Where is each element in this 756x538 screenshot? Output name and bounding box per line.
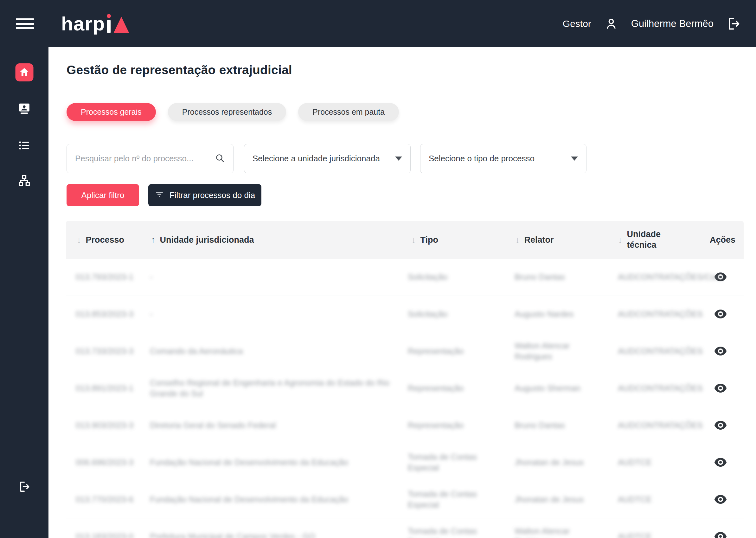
processo-value: 013.891/2023-1 bbox=[76, 383, 134, 394]
view-process-button[interactable] bbox=[713, 456, 728, 469]
table-row: 013.733/2023-3 Comando da Aeronáutica Re… bbox=[66, 333, 744, 370]
logout-icon bbox=[18, 481, 30, 494]
view-process-button[interactable] bbox=[713, 308, 728, 321]
eye-icon bbox=[714, 309, 727, 320]
type-select[interactable]: Selecione o tipo de processo bbox=[420, 144, 586, 173]
type-select-label: Selecione o tipo de processo bbox=[429, 154, 567, 164]
topbar-right: Gestor Guilherme Bermêo bbox=[563, 17, 741, 31]
column-header-processo[interactable]: ↓ Processo bbox=[66, 235, 146, 245]
eye-icon bbox=[714, 383, 727, 394]
tipo-value: Representação bbox=[408, 383, 463, 394]
day-filter-button[interactable]: Filtrar processos do dia bbox=[148, 184, 261, 206]
eye-icon bbox=[714, 420, 727, 431]
processo-value: 013.793/2023-1 bbox=[76, 272, 134, 283]
sort-down-icon: ↓ bbox=[618, 236, 622, 244]
tipo-value: Solicitação bbox=[408, 272, 448, 283]
relator-value: Bruno Dantas bbox=[514, 420, 565, 431]
user-name: Guilherme Bermêo bbox=[631, 18, 714, 29]
column-header-unidade-tecnica[interactable]: ↓ Unidade técnica bbox=[618, 229, 710, 251]
unidade-tecnica-value: AUDTCE bbox=[618, 531, 652, 538]
table-row: 013.183/2023-0 Prefeitura Municipal de C… bbox=[66, 518, 744, 538]
unidade-tecnica-value: AUDTCE bbox=[618, 457, 652, 468]
logo-triangle-a-icon bbox=[113, 17, 129, 33]
processo-value: 013.733/2023-3 bbox=[76, 346, 134, 357]
logo-letter-i bbox=[107, 20, 111, 33]
sidebar-item-list[interactable] bbox=[15, 137, 33, 155]
chevron-down-icon bbox=[571, 156, 578, 161]
unidade-jurisdicionada-value: Fundação Nacional de Desenvolvimento da … bbox=[150, 494, 348, 505]
tab-processos-representados[interactable]: Processos representados bbox=[168, 103, 286, 121]
processo-value: 006.696/2023-3 bbox=[76, 457, 134, 468]
relator-value: Augusto Sherman bbox=[514, 383, 580, 394]
table-row: 013.903/2023-3 Diretoria Geral do Senado… bbox=[66, 407, 744, 444]
relator-value: Bruno Dantas bbox=[514, 272, 565, 283]
person-outline-icon[interactable] bbox=[604, 17, 619, 31]
relator-value: Walton Alencar Rodrigues bbox=[514, 526, 598, 538]
search-box bbox=[67, 144, 234, 173]
sidebar-item-orgchart[interactable] bbox=[15, 172, 33, 190]
sort-down-icon: ↓ bbox=[411, 236, 416, 244]
unidade-jurisdicionada-value: - bbox=[150, 309, 153, 320]
tipo-value: Representação bbox=[408, 420, 463, 431]
sort-up-icon: ↑ bbox=[151, 236, 156, 244]
unidade-tecnica-value: AUDCONTRATAÇÕES bbox=[618, 420, 703, 431]
table-row: 013.770/2023-6 Fundação Nacional de Dese… bbox=[66, 481, 744, 518]
sidebar-item-contacts[interactable] bbox=[15, 99, 33, 118]
chevron-down-icon bbox=[395, 156, 402, 161]
relator-value: Augusto Nardes bbox=[514, 309, 573, 320]
sidebar bbox=[0, 47, 48, 538]
sitemap-icon bbox=[18, 174, 31, 188]
unidade-jurisdicionada-value: - bbox=[150, 272, 153, 283]
eye-icon bbox=[714, 346, 727, 357]
view-process-button[interactable] bbox=[713, 345, 728, 358]
sidebar-item-home[interactable] bbox=[15, 63, 33, 81]
column-header-relator[interactable]: ↓ Relator bbox=[513, 235, 618, 245]
unidade-jurisdicionada-value: Fundação Nacional de Desenvolvimento da … bbox=[150, 457, 348, 468]
eye-icon bbox=[714, 494, 727, 505]
unidade-jurisdicionada-value: Prefeitura Municipal de Campos Verdes - … bbox=[150, 531, 315, 538]
unidade-tecnica-value: AUDCONTRATAÇÕES/Com bbox=[618, 272, 723, 283]
role-label: Gestor bbox=[563, 18, 591, 29]
relator-value: Walton Alencar Rodrigues bbox=[514, 341, 598, 362]
tipo-value: Tomada de Contas Especial bbox=[408, 489, 503, 511]
apply-filter-button[interactable]: Aplicar filtro bbox=[67, 184, 139, 206]
table-row: 013.793/2023-1 - Solicitação Bruno Danta… bbox=[66, 259, 744, 296]
eye-icon bbox=[714, 531, 727, 538]
tab-processos-em-pauta[interactable]: Processos em pauta bbox=[298, 103, 399, 121]
tipo-value: Tomada de Contas Especial bbox=[408, 526, 503, 538]
topbar: harp Gestor Guilherme Bermêo bbox=[0, 0, 756, 47]
relator-value: Jhonatan de Jesus bbox=[514, 494, 584, 505]
hamburger-menu-icon[interactable] bbox=[16, 18, 34, 29]
unidade-tecnica-value: AUDCONTRATAÇÕES bbox=[618, 383, 703, 394]
logout-icon[interactable] bbox=[726, 17, 741, 31]
tipo-value: Solicitação bbox=[408, 309, 448, 320]
unidade-jurisdicionada-value: Comando da Aeronáutica bbox=[150, 346, 243, 357]
sidebar-logout[interactable] bbox=[15, 478, 33, 496]
unidade-tecnica-value: AUDCONTRATAÇÕES bbox=[618, 346, 703, 357]
unit-select-label: Selecione a unidade jurisdicionada bbox=[252, 154, 391, 164]
main-content: Gestão de representação extrajudicial Pr… bbox=[48, 47, 756, 538]
unidade-jurisdicionada-value: Conselho Regional de Engenharia e Agrono… bbox=[150, 378, 390, 399]
app-logo: harp bbox=[61, 14, 129, 33]
unit-select[interactable]: Selecione a unidade jurisdicionada bbox=[244, 144, 411, 173]
view-process-button[interactable] bbox=[713, 530, 728, 538]
view-process-button[interactable] bbox=[713, 493, 728, 506]
button-row: Aplicar filtro Filtrar processos do dia bbox=[67, 184, 261, 206]
tab-processos-gerais[interactable]: Processos gerais bbox=[67, 103, 156, 121]
column-header-tipo[interactable]: ↓ Tipo bbox=[405, 235, 513, 245]
eye-icon bbox=[714, 457, 727, 468]
tipo-value: Representação bbox=[408, 346, 463, 357]
table-header: ↓ Processo ↑ Unidade jurisdicionada ↓ Ti… bbox=[66, 221, 744, 259]
table-row: 013.853/2023-3 - Solicitação Augusto Nar… bbox=[66, 296, 744, 333]
filter-lines-icon bbox=[155, 189, 164, 201]
view-process-button[interactable] bbox=[713, 419, 728, 432]
search-icon[interactable] bbox=[215, 153, 225, 164]
sort-down-icon: ↓ bbox=[515, 236, 520, 244]
view-process-button[interactable] bbox=[713, 382, 728, 395]
home-icon bbox=[19, 67, 29, 78]
unidade-jurisdicionada-value: Diretoria Geral do Senado Federal bbox=[150, 420, 276, 431]
processo-value: 013.770/2023-6 bbox=[76, 494, 134, 505]
processo-value: 013.853/2023-3 bbox=[76, 309, 134, 320]
search-input[interactable] bbox=[75, 154, 215, 164]
column-header-unidade-jurisdicionada[interactable]: ↑ Unidade jurisdicionada bbox=[146, 235, 405, 245]
